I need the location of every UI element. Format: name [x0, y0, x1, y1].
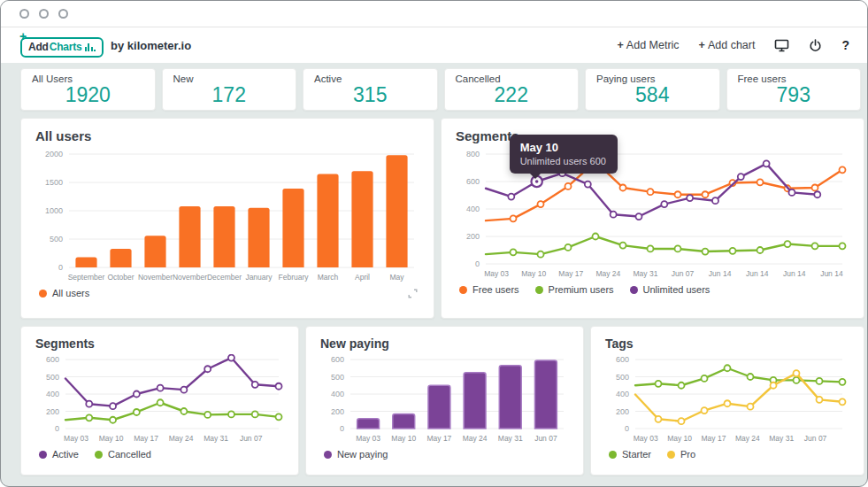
window-dot-2[interactable]: [39, 9, 49, 19]
svg-text:400: 400: [616, 390, 629, 398]
svg-text:February: February: [278, 273, 309, 282]
stat-card-cancelled[interactable]: Cancelled 222: [444, 68, 580, 111]
svg-text:Jun 07: Jun 07: [672, 269, 695, 278]
svg-text:May 10: May 10: [391, 434, 416, 443]
add-chart-button[interactable]: +Add chart: [699, 39, 756, 51]
stat-card-all-users[interactable]: All Users 1920: [20, 68, 156, 111]
tags-chart-card: Tags 6005004002000May 03May 10May 17May …: [590, 326, 864, 475]
legend-item-new-paying[interactable]: New paying: [324, 449, 388, 460]
all-users-chart-card: All users 2000150010005000SeptemberOctob…: [20, 118, 434, 319]
svg-text:December: December: [207, 273, 242, 282]
segments-bottom-chart-card: Segments 6005004002000May 03May 10May 17…: [20, 326, 299, 475]
tags-line-chart[interactable]: 6005004002000May 03May 10May 17May 24May…: [605, 354, 849, 444]
legend-dot: [667, 451, 675, 459]
legend-dot: [609, 451, 617, 459]
svg-text:600: 600: [616, 355, 629, 364]
stat-value: 793: [738, 84, 850, 105]
stat-card-new[interactable]: New 172: [162, 68, 297, 111]
chart-legend: New paying: [320, 449, 569, 460]
tooltip-value: Unlimited users 600: [520, 156, 606, 166]
svg-text:October: October: [107, 273, 134, 282]
chart-legend: All users: [35, 288, 419, 298]
svg-text:November: November: [138, 273, 173, 282]
svg-text:May 31: May 31: [498, 434, 523, 443]
stat-value: 584: [596, 84, 709, 105]
legend-item-unlimited-users[interactable]: Unlimited users: [630, 284, 711, 295]
svg-text:May 17: May 17: [426, 434, 451, 443]
svg-text:May 03: May 03: [64, 434, 88, 443]
new-paying-chart-card: New paying 6005004002000May 03May 10May …: [305, 326, 584, 475]
new-paying-bar-chart[interactable]: 6005004002000May 03May 10May 17May 24May…: [320, 354, 571, 444]
svg-text:0: 0: [475, 259, 480, 268]
legend-item-cancelled[interactable]: Cancelled: [95, 449, 151, 460]
legend-item-all-users[interactable]: All users: [39, 288, 89, 298]
svg-text:May 31: May 31: [769, 434, 794, 443]
logo-text-charts: Charts: [50, 41, 82, 53]
svg-text:Jun 14: Jun 14: [746, 269, 769, 278]
svg-text:September: September: [68, 273, 105, 282]
all-users-bar-chart[interactable]: 2000150010005000SeptemberOctoberNovember…: [35, 149, 421, 283]
legend-dot: [324, 451, 332, 459]
legend-item-starter[interactable]: Starter: [609, 449, 651, 460]
svg-text:1500: 1500: [45, 178, 63, 187]
svg-text:May 03: May 03: [634, 434, 658, 443]
stats-row: All Users 1920 New 172 Active 315 Cancel…: [20, 68, 861, 111]
svg-text:Jun 14: Jun 14: [709, 269, 732, 278]
monitor-icon[interactable]: [774, 39, 789, 52]
add-metric-button[interactable]: +Add Metric: [618, 39, 680, 51]
legend-item-pro[interactable]: Pro: [667, 449, 695, 460]
legend-label: Unlimited users: [643, 284, 711, 295]
chart-title: New paying: [320, 336, 569, 351]
stat-value: 172: [173, 84, 286, 105]
app-window: + AddCharts by kilometer.io +Add Metric …: [0, 0, 868, 487]
svg-text:0: 0: [55, 424, 59, 433]
svg-text:1000: 1000: [45, 206, 63, 215]
legend-label: Cancelled: [108, 449, 151, 460]
stat-value: 222: [456, 84, 568, 105]
legend-label: Free users: [472, 284, 519, 295]
legend-dot: [630, 286, 638, 294]
svg-text:May 17: May 17: [134, 434, 158, 443]
svg-text:May 24: May 24: [595, 269, 620, 278]
legend-label: Pro: [680, 449, 695, 460]
svg-text:Jun 14: Jun 14: [783, 269, 806, 278]
svg-text:May 24: May 24: [169, 434, 194, 443]
stat-card-paying-users[interactable]: Paying users 584: [585, 68, 720, 111]
svg-text:May 03: May 03: [356, 434, 380, 443]
svg-text:600: 600: [466, 177, 480, 186]
window-dot-1[interactable]: [19, 9, 29, 19]
segments-bottom-line-chart[interactable]: 6005004002000May 03May 10May 17May 24May…: [35, 354, 286, 444]
stat-card-active[interactable]: Active 315: [303, 68, 438, 111]
chart-title: Tags: [605, 336, 849, 351]
svg-text:200: 200: [616, 407, 629, 416]
svg-text:May 10: May 10: [99, 434, 124, 443]
svg-text:May: May: [389, 273, 404, 282]
svg-text:Jun 14: Jun 14: [820, 269, 843, 278]
svg-text:May 10: May 10: [521, 269, 546, 278]
legend-item-active[interactable]: Active: [39, 449, 79, 460]
svg-text:0: 0: [625, 424, 629, 433]
help-button[interactable]: ?: [841, 38, 849, 52]
app-header: + AddCharts by kilometer.io +Add Metric …: [1, 27, 867, 63]
legend-dot: [39, 451, 47, 459]
stat-card-free-users[interactable]: Free users 793: [726, 68, 862, 111]
legend-item-premium-users[interactable]: Premium users: [535, 284, 614, 295]
svg-text:500: 500: [50, 235, 63, 244]
expand-icon[interactable]: [408, 289, 418, 298]
power-icon[interactable]: [809, 39, 822, 52]
svg-text:May 03: May 03: [484, 269, 509, 278]
svg-text:April: April: [355, 273, 370, 282]
addcharts-logo[interactable]: + AddCharts by kilometer.io: [20, 34, 191, 58]
window-dot-3[interactable]: [58, 9, 68, 19]
svg-text:Jun 07: Jun 07: [804, 434, 827, 443]
segments-chart-card: Segments 8006004002000May 03May 10May 17…: [441, 118, 864, 319]
chart-title: Segments: [35, 336, 284, 351]
legend-item-free-users[interactable]: Free users: [459, 284, 519, 295]
svg-text:400: 400: [331, 390, 344, 398]
legend-label: Premium users: [549, 284, 614, 295]
plus-icon: +: [618, 39, 624, 51]
svg-text:0: 0: [340, 424, 344, 433]
svg-text:May 10: May 10: [667, 434, 692, 443]
svg-text:500: 500: [46, 373, 59, 382]
tooltip-title: May 10: [520, 141, 606, 154]
